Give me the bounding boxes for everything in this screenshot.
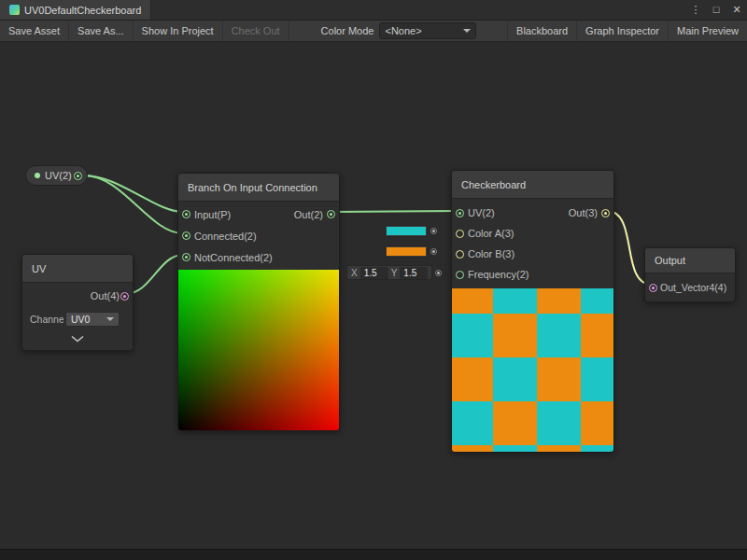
color-a-field[interactable]	[385, 225, 428, 237]
blackboard-toggle-button[interactable]: Blackboard	[507, 21, 576, 41]
output-node-body: Out_Vector4(4)	[645, 273, 735, 301]
color-b-widget	[385, 245, 437, 258]
shadergraph-asset-icon	[9, 5, 20, 15]
color-a-widget	[385, 225, 437, 237]
branch-notconnected-label: NotConnected(2)	[194, 252, 273, 263]
frequency-widget: X 1.5 Y 1.5	[346, 265, 442, 280]
frequency-y-field[interactable]: 1.5	[400, 267, 428, 279]
checkerboard-preview	[452, 288, 613, 452]
tab-bar: UV0DefaultCheckerboard ⋮ □ ✕	[0, 0, 747, 21]
output-node-title: Output	[645, 248, 735, 273]
channel-label: Channel	[30, 314, 63, 325]
show-in-project-button[interactable]: Show In Project	[134, 21, 223, 41]
graph-toolbar: Save Asset Save As... Show In Project Ch…	[0, 21, 747, 42]
chevron-down-icon	[106, 317, 114, 321]
uv-out-label: Out(4)	[91, 290, 120, 301]
channel-value: UV0	[71, 314, 90, 325]
kebab-menu-icon[interactable]: ⋮	[685, 0, 706, 20]
save-asset-button[interactable]: Save Asset	[0, 21, 69, 41]
frequency-y-label: Y	[391, 268, 398, 278]
checkerboard-node-title: Checkerboard	[452, 171, 613, 199]
branch-row-connected: Connected(2)	[178, 225, 339, 246]
channel-dropdown[interactable]: UV0	[65, 312, 120, 327]
main-preview-toggle-button[interactable]: Main Preview	[668, 21, 747, 41]
port-cb-color-a[interactable]	[456, 230, 464, 238]
port-output-vector4[interactable]	[649, 284, 657, 292]
output-row-in: Out_Vector4(4)	[645, 275, 735, 300]
cb-color-a-label: Color A(3)	[468, 228, 514, 239]
branch-node-body: Input(P) Connected(2) NotConnected(2) Ou…	[178, 202, 339, 270]
node-branch-on-input-connection[interactable]: Branch On Input Connection Input(P) Conn…	[177, 173, 340, 431]
uv-collapse-row	[22, 331, 133, 348]
port-cb-out[interactable]	[601, 209, 610, 217]
window-bottom-edge	[0, 549, 747, 560]
output-in-label: Out_Vector4(4)	[660, 282, 726, 293]
checkerboard-node-body: UV(2) Color A(3) Color B(3) Frequency(2)…	[452, 199, 613, 288]
port-branch-connected[interactable]	[182, 231, 190, 240]
uv-node-title: UV	[22, 255, 133, 283]
window-controls: ⋮ □ ✕	[685, 0, 747, 20]
uv-row-channel: Channel UV0	[22, 307, 133, 331]
edge-uvnode-to-notconnected[interactable]	[125, 255, 183, 294]
port-uv-out[interactable]	[120, 292, 129, 301]
maximize-icon[interactable]: □	[706, 0, 726, 20]
branch-connected-label: Connected(2)	[194, 231, 257, 242]
port-cb-frequency[interactable]	[456, 271, 464, 279]
close-icon[interactable]: ✕	[726, 0, 747, 20]
cb-frequency-label: Frequency(2)	[468, 269, 529, 280]
color-mode-value: <None>	[385, 25, 421, 36]
color-b-field[interactable]	[385, 245, 428, 258]
cb-row-color-a: Color A(3)	[452, 223, 613, 244]
uv-pill-label: UV(2)	[45, 170, 72, 181]
tab-shadergraph[interactable]: UV0DefaultCheckerboard	[0, 0, 151, 20]
tab-title: UV0DefaultCheckerboard	[24, 5, 141, 16]
port-branch-out[interactable]	[327, 210, 335, 218]
color-b-connector-icon	[430, 248, 437, 255]
edge-branchout-to-checkerboard[interactable]	[332, 211, 458, 212]
property-dot-icon	[35, 173, 40, 178]
collapse-chevron-icon[interactable]	[70, 335, 85, 343]
frequency-x-field[interactable]: 1.5	[360, 267, 388, 279]
chevron-down-icon	[463, 29, 471, 33]
edge-uvpill-to-connected[interactable]	[84, 175, 183, 233]
toolbar-right-group: Blackboard Graph Inspector Main Preview	[507, 21, 747, 41]
branch-input-label: Input(P)	[194, 209, 231, 220]
cb-row-color-b: Color B(3)	[452, 244, 613, 264]
branch-row-notconnected: NotConnected(2)	[178, 246, 339, 268]
branch-out-label: Out(2)	[294, 209, 323, 220]
port-branch-notconnected[interactable]	[182, 253, 190, 261]
shader-graph-window: UV0DefaultCheckerboard ⋮ □ ✕ Save Asset …	[0, 0, 747, 560]
port-uvpill-out[interactable]	[74, 172, 82, 180]
check-out-button: Check Out	[223, 21, 289, 41]
node-output[interactable]: Output Out_Vector4(4)	[644, 247, 736, 302]
frequency-fields: X 1.5 Y 1.5	[346, 265, 432, 280]
cb-uv-label: UV(2)	[468, 207, 495, 218]
frequency-connector-icon	[435, 270, 442, 276]
edge-uvpill-to-input[interactable]	[84, 175, 183, 212]
port-cb-uv[interactable]	[456, 209, 464, 217]
node-uv[interactable]: UV Out(4) Channel UV0	[21, 254, 134, 351]
cb-row-out: Out(3)	[569, 203, 613, 223]
frequency-x-label: X	[351, 268, 358, 278]
color-mode-label: Color Mode	[316, 25, 380, 36]
uv-row-out: Out(4)	[22, 285, 133, 307]
cb-row-frequency: Frequency(2)	[452, 264, 613, 285]
color-a-connector-icon	[430, 228, 437, 234]
color-b-swatch	[387, 247, 426, 256]
branch-row-out: Out(2)	[294, 203, 339, 225]
uv-node-body: Out(4) Channel UV0	[22, 283, 133, 350]
cb-out-label: Out(3)	[569, 207, 598, 218]
save-as-button[interactable]: Save As...	[69, 21, 134, 41]
graph-inspector-toggle-button[interactable]: Graph Inspector	[576, 21, 668, 41]
branch-node-title: Branch On Input Connection	[178, 174, 339, 202]
node-uv2-property-pill[interactable]: UV(2)	[25, 165, 88, 186]
port-cb-color-b[interactable]	[456, 250, 464, 259]
node-checkerboard[interactable]: Checkerboard UV(2) Color A(3) Color B(3)…	[451, 170, 614, 453]
port-branch-input[interactable]	[182, 210, 190, 218]
color-mode-dropdown[interactable]: <None>	[379, 22, 476, 39]
cb-color-b-label: Color B(3)	[468, 248, 514, 259]
color-a-swatch	[387, 227, 426, 235]
branch-node-preview	[178, 270, 339, 430]
